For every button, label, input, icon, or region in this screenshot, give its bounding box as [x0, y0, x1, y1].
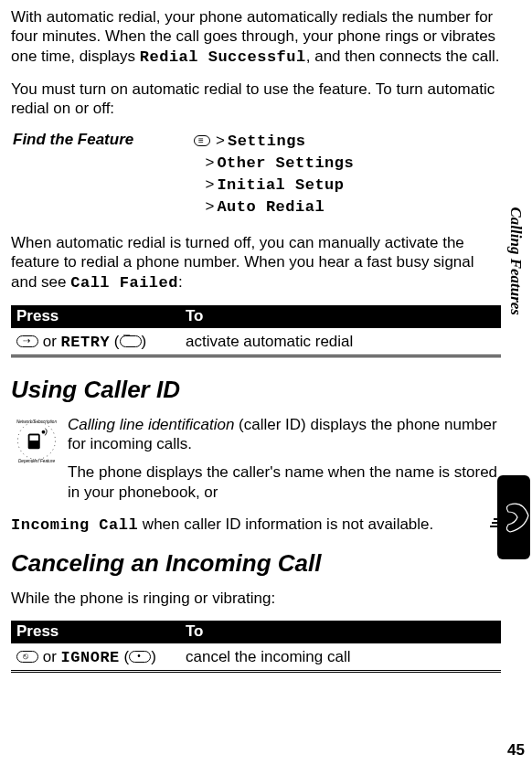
ignore-press-cell: or IGNORE (): [16, 648, 186, 666]
path-other-settings: Other Settings: [217, 154, 354, 172]
retry-to-cell: activate automatic redial: [186, 333, 495, 351]
manual-p-post: :: [178, 273, 183, 291]
calling-line-id-em: Calling line identification: [68, 416, 234, 433]
chevron-right-icon: >: [205, 197, 214, 215]
ignore-label: IGNORE: [61, 649, 120, 666]
table-head-to: To: [186, 307, 495, 325]
table-row: or IGNORE () cancel the incoming call: [11, 643, 501, 670]
svg-point-4: [42, 430, 46, 434]
using-caller-id-heading: Using Caller ID: [11, 376, 501, 404]
table-head: Press To: [11, 305, 501, 328]
chevron-right-icon: >: [205, 154, 214, 171]
caller-id-p1: Calling line identification (caller ID) …: [68, 415, 501, 454]
caller-id-continuation: Incoming Call when caller ID information…: [11, 515, 501, 535]
soft-left-key-icon: [120, 335, 142, 347]
network-subscription-icon: Network/Subscription Dependent Feature: [11, 415, 62, 466]
svg-text:Network/Subscription: Network/Subscription: [16, 420, 57, 424]
caller-id-block: Network/Subscription Dependent Feature C…: [11, 415, 501, 511]
table-head-to: To: [186, 622, 495, 641]
caller-id-cont-post: when caller ID information is not availa…: [138, 515, 433, 533]
incoming-call-label: Incoming Call: [11, 516, 138, 534]
find-feature-block: Find the Feature >Settings >Other Settin…: [11, 131, 501, 218]
path-auto-redial: Auto Redial: [217, 198, 325, 216]
ignore-to-cell: cancel the incoming call: [186, 648, 495, 666]
retry-table: Press To or RETRY () activate automatic …: [11, 305, 501, 357]
table-row: or RETRY () activate automatic redial: [11, 328, 501, 355]
table-head-press: Press: [16, 622, 186, 641]
or-text: or: [43, 648, 57, 665]
intro-paragraph-2: You must turn on automatic redial to use…: [11, 80, 501, 119]
page-number: 45: [507, 741, 525, 760]
caller-id-text: Calling line identification (caller ID) …: [68, 415, 501, 511]
canceling-call-intro: While the phone is ringing or vibrating:: [11, 589, 501, 608]
ignore-table: Press To or IGNORE () cancel the incomin…: [11, 621, 501, 673]
find-feature-path: >Settings >Other Settings >Initial Setup…: [194, 131, 354, 218]
redial-successful-label: Redial Successful: [140, 48, 306, 66]
manual-redial-paragraph: When automatic redial is turned off, you…: [11, 233, 501, 292]
send-key-icon: [16, 335, 38, 347]
end-key-icon: [16, 651, 38, 663]
intro-p1-post: , and then connects the call.: [306, 48, 500, 65]
handset-icon: [488, 499, 532, 536]
svg-rect-3: [30, 435, 38, 441]
side-tab: [497, 475, 530, 559]
menu-key-icon: [194, 135, 210, 146]
svg-text:Dependent Feature: Dependent Feature: [18, 459, 56, 463]
retry-press-cell: or RETRY (): [16, 333, 186, 351]
retry-label: RETRY: [61, 334, 111, 351]
path-initial-setup: Initial Setup: [217, 176, 344, 194]
side-section-label: Calling Features: [506, 207, 525, 315]
or-text: or: [43, 333, 57, 350]
intro-paragraph-1: With automatic redial, your phone automa…: [11, 7, 501, 67]
table-head: Press To: [11, 621, 501, 643]
call-failed-label: Call Failed: [70, 274, 178, 292]
find-feature-label: Find the Feature: [11, 131, 194, 218]
chevron-right-icon: >: [205, 175, 214, 193]
table-head-press: Press: [16, 307, 186, 325]
soft-right-key-icon: [129, 651, 151, 663]
chevron-right-icon: >: [216, 132, 225, 149]
caller-id-p2: The phone displays the caller's name whe…: [68, 462, 501, 502]
canceling-call-heading: Canceling an Incoming Call: [11, 549, 501, 578]
path-settings: Settings: [228, 133, 306, 150]
